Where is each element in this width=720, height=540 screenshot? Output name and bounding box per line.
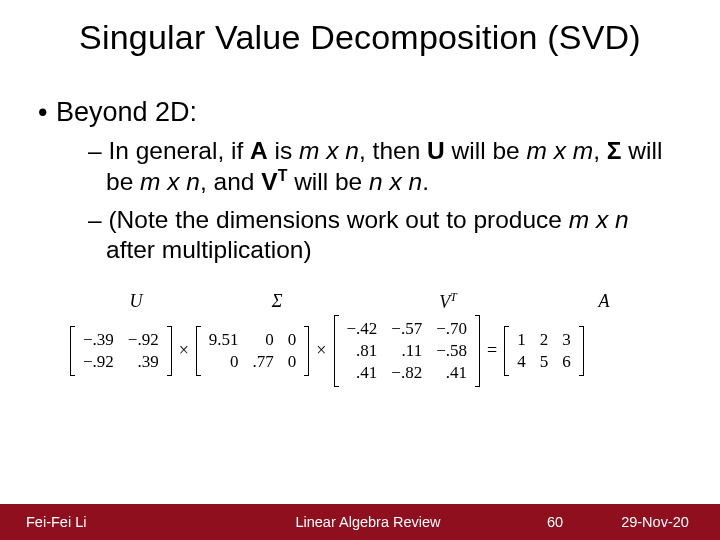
bold-V: V	[261, 168, 277, 195]
label-Sigma: Σ	[202, 291, 352, 313]
ital: n x n	[369, 168, 422, 195]
ital: m x n	[140, 168, 200, 195]
bullet1-text: Beyond 2D:	[56, 97, 197, 127]
bullet-level1: •Beyond 2D:	[38, 97, 682, 128]
times-icon: ×	[313, 340, 329, 361]
t: after multiplication)	[106, 236, 312, 263]
ital: m x m	[527, 137, 594, 164]
slide-body: •Beyond 2D: – In general, if A is m x n,…	[0, 57, 720, 387]
equals-icon: =	[484, 340, 500, 361]
matrix-Sigma: 9.5100 0.770	[196, 326, 310, 376]
bold-U: U	[427, 137, 445, 164]
t: is	[268, 137, 299, 164]
times-icon: ×	[176, 340, 192, 361]
slide-title: Singular Value Decomposition (SVD)	[0, 0, 720, 57]
equation-row: −.39−.92 −.92.39 × 9.5100 0.770 × −.42−.…	[70, 315, 682, 387]
ital: m x n	[569, 206, 629, 233]
label-U: U	[70, 291, 202, 313]
matrix-A: 123 456	[504, 326, 584, 376]
t: , then	[359, 137, 427, 164]
label-VT: VT	[352, 291, 544, 313]
ital: m x n	[299, 137, 359, 164]
bold-A: A	[250, 137, 268, 164]
footer-title: Linear Algebra Review	[216, 514, 520, 530]
sup-T: T	[278, 167, 288, 184]
t: .	[422, 168, 429, 195]
footer-author: Fei-Fei Li	[0, 514, 216, 530]
label-A: A	[544, 291, 664, 313]
bullet-level2-2: – (Note the dimensions work out to produ…	[88, 205, 682, 265]
bold-Sigma: Σ	[607, 137, 622, 164]
equation-block: U Σ VT A −.39−.92 −.92.39 × 9.5100 0.770…	[70, 291, 682, 387]
t: (Note the dimensions work out to produce	[108, 206, 568, 233]
t: , and	[200, 168, 261, 195]
t: In general, if	[108, 137, 250, 164]
footer-bar: Fei-Fei Li Linear Algebra Review 60 29-N…	[0, 504, 720, 540]
footer-page: 60	[520, 514, 590, 530]
footer-date: 29-Nov-20	[590, 514, 720, 530]
t: ,	[593, 137, 607, 164]
t: will be	[287, 168, 369, 195]
t: will be	[445, 137, 527, 164]
matrix-U: −.39−.92 −.92.39	[70, 326, 172, 376]
bullet-level2-1: – In general, if A is m x n, then U will…	[88, 136, 682, 197]
matrix-VT: −.42−.57−.70 .81.11−.58 .41−.82.41	[334, 315, 481, 387]
equation-labels: U Σ VT A	[70, 291, 682, 313]
